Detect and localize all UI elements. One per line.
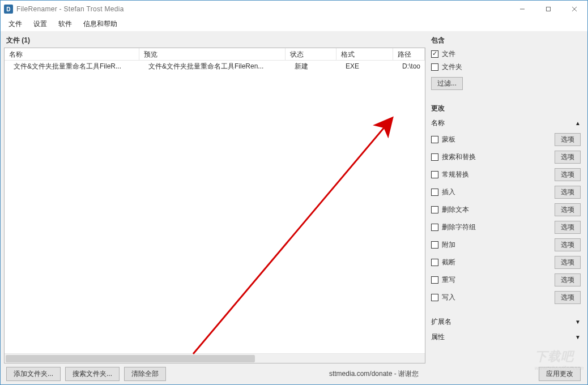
insert-checkbox[interactable] [431,189,438,196]
search-folder-button[interactable]: 搜索文件夹... [65,367,120,381]
menu-software[interactable]: 软件 [54,18,76,30]
include-folders-label: 文件夹 [442,62,462,72]
include-heading: 包含 [431,35,581,46]
search-replace-checkbox[interactable] [431,153,438,161]
left-footer: 添加文件夹... 搜索文件夹... 清除全部 sttmedia.com/dona… [4,363,425,381]
name-section-label: 名称 [431,118,575,128]
window-controls [509,1,587,18]
file-list-heading: 文件 (1) [4,35,425,48]
insert-options-button[interactable]: 选项 [555,186,581,199]
remove-chargroup-checkbox[interactable] [431,224,438,231]
include-files-label: 文件 [442,49,455,59]
menu-settings[interactable]: 设置 [29,18,52,30]
cell-path: D:\too [393,61,425,71]
write-options-button[interactable]: 选项 [555,291,581,304]
donate-link[interactable]: sttmedia.com/donate - 谢谢您 [329,369,423,379]
table-row[interactable]: 文件&文件夹批量重命名工具FileR... 文件&文件夹批量重命名工具FileR… [5,61,425,72]
opt-mask: 蒙板 选项 [431,132,581,147]
remove-chargroup-label: 删除字符组 [442,223,476,232]
col-name[interactable]: 名称 [5,48,139,60]
include-files-checkbox[interactable] [431,50,438,58]
attributes-section-label: 属性 [431,332,575,342]
chevron-down-icon: ▼ [575,334,581,340]
cell-name: 文件&文件夹批量重命名工具FileR... [5,61,139,72]
include-folders-row[interactable]: 文件夹 [431,62,581,72]
right-panel: 包含 文件 文件夹 过滤... 更改 名称 ▲ 蒙板 选项 [430,35,584,381]
app-window: D FileRenamer - Stefan Trost Media 文件 设置… [0,0,588,385]
attributes-section-expander[interactable]: 属性 ▼ [431,331,581,344]
minimize-button[interactable] [509,1,535,18]
title-bar: D FileRenamer - Stefan Trost Media [1,1,587,18]
add-folder-button[interactable]: 添加文件夹... [6,367,61,381]
include-folders-checkbox[interactable] [431,63,438,71]
regex-replace-label: 常规替换 [442,170,469,179]
menu-help[interactable]: 信息和帮助 [79,18,122,30]
extension-section-label: 扩展名 [431,317,575,327]
rewrite-checkbox[interactable] [431,276,438,284]
opt-regex-replace: 常规替换 选项 [431,167,581,182]
chevron-up-icon: ▲ [575,120,581,126]
filter-button[interactable]: 过滤... [431,77,463,90]
col-path[interactable]: 路径 [393,48,425,60]
menu-bar: 文件 设置 软件 信息和帮助 [1,18,587,31]
truncate-options-button[interactable]: 选项 [555,256,581,269]
opt-append: 附加 选项 [431,237,581,253]
opt-rewrite: 重写 选项 [431,272,581,288]
extension-section-expander[interactable]: 扩展名 ▼ [431,315,581,328]
append-label: 附加 [442,240,455,250]
horizontal-scrollbar[interactable] [5,353,425,363]
append-options-button[interactable]: 选项 [555,238,581,251]
remove-text-checkbox[interactable] [431,206,438,213]
mask-checkbox[interactable] [431,136,438,143]
remove-chargroup-options-button[interactable]: 选项 [555,221,581,234]
truncate-label: 截断 [442,258,455,267]
left-panel: 文件 (1) 名称 预览 状态 格式 路径 文件&文件夹批量重命名工具FileR… [4,35,425,381]
rewrite-options-button[interactable]: 选项 [555,273,581,286]
watermark: 下载吧 www.xiazaiba.com [535,348,584,371]
col-status[interactable]: 状态 [286,48,336,60]
regex-replace-checkbox[interactable] [431,171,438,178]
change-heading: 更改 [431,102,581,114]
file-list: 名称 预览 状态 格式 路径 文件&文件夹批量重命名工具FileR... 文件&… [4,48,425,363]
window-title: FileRenamer - Stefan Trost Media [16,5,124,13]
file-rows: 文件&文件夹批量重命名工具FileR... 文件&文件夹批量重命名工具FileR… [5,61,425,353]
cell-format: EXE [336,61,393,71]
include-files-row[interactable]: 文件 [431,49,581,59]
remove-text-label: 删除文本 [442,205,469,215]
app-icon: D [4,5,13,14]
insert-label: 插入 [442,187,455,197]
opt-remove-text: 删除文本 选项 [431,202,581,217]
svg-rect-1 [547,7,551,11]
append-checkbox[interactable] [431,241,438,249]
name-section-expander[interactable]: 名称 ▲ [431,117,581,130]
regex-replace-options-button[interactable]: 选项 [555,168,581,181]
truncate-checkbox[interactable] [431,259,438,266]
write-checkbox[interactable] [431,294,438,301]
mask-options-button[interactable]: 选项 [555,133,581,146]
clear-all-button[interactable]: 清除全部 [124,367,166,381]
column-headers: 名称 预览 状态 格式 路径 [5,48,425,61]
search-replace-options-button[interactable]: 选项 [555,151,581,164]
col-preview[interactable]: 预览 [139,48,286,60]
close-button[interactable] [561,1,587,18]
menu-file[interactable]: 文件 [4,18,27,30]
search-replace-label: 搜索和替换 [442,152,476,162]
opt-write: 写入 选项 [431,290,581,305]
chevron-down-icon: ▼ [575,319,581,325]
cell-preview: 文件&文件夹批量重命名工具FileRen... [139,61,286,72]
opt-insert: 插入 选项 [431,185,581,200]
mask-label: 蒙板 [442,135,455,144]
write-label: 写入 [442,293,455,302]
cell-status: 新建 [286,61,336,72]
opt-remove-chargroup: 删除字符组 选项 [431,220,581,235]
remove-text-options-button[interactable]: 选项 [555,203,581,216]
opt-search-replace: 搜索和替换 选项 [431,149,581,165]
opt-truncate: 截断 选项 [431,255,581,270]
rewrite-label: 重写 [442,275,455,285]
client-area: 文件 (1) 名称 预览 状态 格式 路径 文件&文件夹批量重命名工具FileR… [1,31,587,384]
scrollbar-thumb[interactable] [6,355,255,362]
col-format[interactable]: 格式 [336,48,393,60]
maximize-button[interactable] [535,1,561,18]
